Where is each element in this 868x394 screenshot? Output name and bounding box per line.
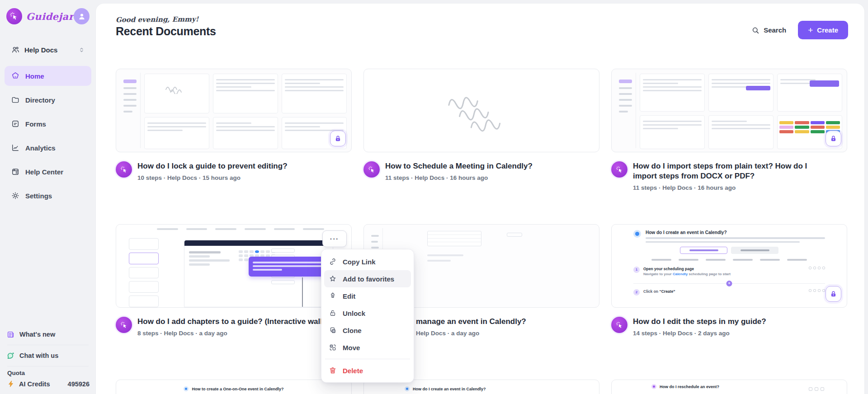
document-thumbnail[interactable]: How do I reschedule an event? — [611, 380, 847, 394]
pen-icon — [329, 292, 337, 300]
sidebar-item-directory[interactable]: Directory — [5, 90, 91, 110]
calendly-logo-icon — [405, 386, 410, 391]
lock-badge — [826, 286, 841, 302]
form-icon — [11, 119, 20, 128]
sidebar-item-label: Directory — [25, 96, 55, 104]
ai-credits-row: AI Credits 495926 — [6, 380, 90, 388]
link-icon — [329, 258, 337, 266]
document-thumbnail[interactable] — [116, 69, 352, 152]
document-title[interactable]: How do I edit the steps in my guide? — [633, 317, 766, 327]
divider — [7, 366, 89, 366]
create-label: Create — [817, 26, 838, 34]
thumbnail-guide-title: How do I create an event in Calendly? — [413, 387, 486, 391]
document-title[interactable]: How do I import steps from plain text? H… — [633, 161, 832, 181]
document-meta: Help Docs · a day ago — [416, 330, 526, 337]
lock-icon — [334, 135, 342, 142]
document-thumbnail[interactable]: How to create a One-on-One event in Cale… — [116, 380, 352, 394]
step-number: 2 — [633, 289, 640, 296]
menu-item-edit[interactable]: Edit — [324, 287, 411, 305]
document-icon — [611, 161, 627, 178]
sidebar: Guidejar Help Docs Home — [0, 0, 96, 394]
search-icon — [751, 26, 760, 34]
home-icon — [11, 71, 20, 80]
star-icon — [329, 275, 337, 283]
document-thumbnail[interactable] — [363, 69, 599, 152]
lock-icon — [830, 290, 837, 298]
sidebar-item-label: Settings — [25, 192, 52, 200]
sidebar-footer: What's new Chat with us Quota AI Credits… — [0, 327, 96, 388]
menu-item-clone[interactable]: Clone — [324, 322, 411, 339]
folder-icon — [11, 95, 20, 104]
sidebar-item-home[interactable]: Home — [5, 66, 91, 86]
chat-label: Chat with us — [19, 352, 58, 359]
sidebar-nav: Home Directory Forms Analytics — [0, 66, 96, 206]
document-title[interactable]: manage an event in Calendly? — [416, 317, 526, 327]
brand-name: Guidejar — [26, 11, 74, 22]
page-title: Recent Documents — [116, 25, 216, 38]
sidebar-item-help-center[interactable]: Help Center — [5, 162, 91, 182]
sidebar-item-label: Home — [25, 72, 44, 80]
step-icon — [651, 384, 656, 389]
divider — [7, 345, 89, 345]
chevron-up-down-icon — [78, 47, 85, 53]
app: { "brand": { "name": "Guidejar" }, "side… — [0, 0, 868, 394]
more-options-button[interactable]: ··· — [322, 230, 347, 247]
document-icon — [116, 161, 132, 178]
document-title[interactable]: How do I lock a guide to prevent editing… — [137, 161, 288, 171]
create-button[interactable]: + Create — [798, 21, 848, 39]
whats-new-link[interactable]: What's new — [6, 327, 90, 342]
quota-label: Quota — [7, 370, 90, 376]
thumbnail-decoration — [184, 240, 333, 307]
menu-item-add-to-favorites[interactable]: Add to favorites — [324, 270, 411, 287]
plus-icon: + — [808, 26, 813, 34]
document-icon — [116, 317, 132, 333]
thumbnail-guide-title: How do I reschedule an event? — [660, 385, 719, 389]
ai-credits-label: AI Credits — [19, 380, 50, 388]
menu-item-move[interactable]: Move — [324, 339, 411, 356]
lock-badge — [826, 131, 841, 146]
menu-item-copy-link[interactable]: Copy Link — [324, 253, 411, 270]
sidebar-item-analytics[interactable]: Analytics — [5, 138, 91, 158]
workspace-selector[interactable]: Help Docs — [6, 42, 90, 57]
thumbnail-decoration — [144, 74, 347, 149]
move-icon — [329, 343, 337, 352]
menu-item-delete[interactable]: Delete — [324, 362, 411, 379]
document-card: How to Schedule a Meeting in Calendly? 1… — [363, 69, 599, 224]
document-card: ··· How do I add chapters to a guide? (I… — [116, 224, 352, 380]
document-thumbnail[interactable]: ··· — [116, 224, 352, 308]
guidejar-logo-icon[interactable] — [6, 8, 22, 24]
document-card: How do I lock a guide to prevent editing… — [116, 69, 352, 224]
lightning-icon — [7, 380, 15, 388]
sidebar-item-forms[interactable]: Forms — [5, 114, 91, 134]
help-center-icon — [11, 167, 20, 176]
thumbnail-step-title: Open your scheduling page — [643, 267, 731, 271]
calendly-logo-icon — [184, 386, 189, 391]
document-thumbnail[interactable] — [611, 69, 847, 152]
thumbnail-step-subtitle: Navigate to your Calendly scheduling pag… — [643, 272, 731, 276]
document-meta: 11 steps · Help Docs · 16 hours ago — [385, 174, 533, 181]
menu-item-unlock[interactable]: Unlock — [324, 305, 411, 322]
logo-row: Guidejar — [0, 0, 96, 24]
document-title[interactable]: How to Schedule a Meeting in Calendly? — [385, 161, 533, 171]
users-icon — [11, 45, 20, 54]
document-card: How do I reschedule an event? — [611, 380, 847, 394]
workspace-label: Help Docs — [24, 46, 74, 54]
step-number: 1 — [633, 267, 640, 273]
cursor-click-icon — [9, 12, 19, 21]
page-header: Good evening, Emmy! Recent Documents — [116, 15, 216, 38]
document-thumbnail[interactable]: How do I create an event in Calendly? 1 … — [611, 224, 847, 308]
document-title[interactable]: How do I add chapters to a guide? (Inter… — [137, 317, 344, 327]
calendly-logo-icon — [633, 230, 641, 238]
document-meta: 10 steps · Help Docs · 15 hours ago — [137, 174, 288, 181]
thumbnail-guide-title: How do I create an event in Calendly? — [646, 230, 825, 235]
avatar[interactable] — [74, 8, 90, 24]
sidebar-item-settings[interactable]: Settings — [5, 186, 91, 206]
gear-icon — [11, 191, 20, 200]
thumbnail-toggle-decoration — [680, 247, 727, 254]
chat-link[interactable]: Chat with us — [6, 348, 90, 363]
documents-grid: How do I lock a guide to prevent editing… — [116, 69, 847, 394]
search-button[interactable]: Search — [751, 26, 786, 34]
search-label: Search — [764, 26, 786, 34]
thumbnail-guide-title: How to create a One-on-One event in Cale… — [192, 387, 283, 391]
scribble-placeholder-icon — [429, 75, 535, 143]
